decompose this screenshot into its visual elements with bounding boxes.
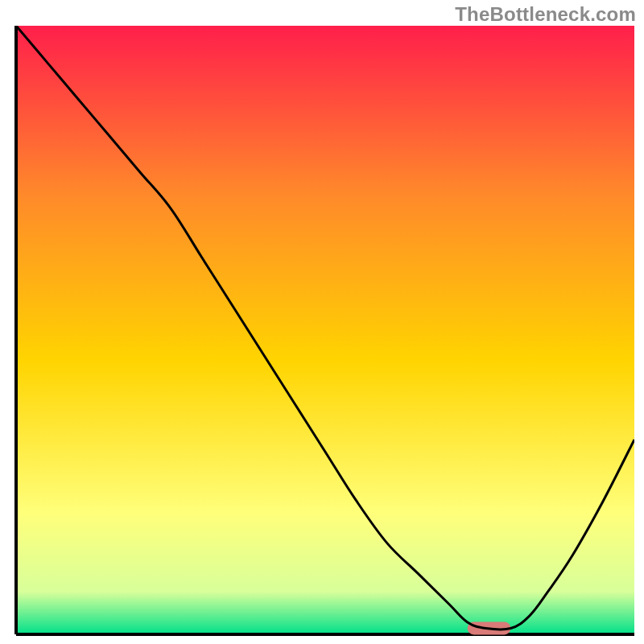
chart-container: { "watermark": "TheBottleneck.com", "cha… [0,0,644,644]
watermark-text: TheBottleneck.com [455,3,636,26]
gradient-background [16,26,634,634]
bottleneck-plot [13,26,634,638]
